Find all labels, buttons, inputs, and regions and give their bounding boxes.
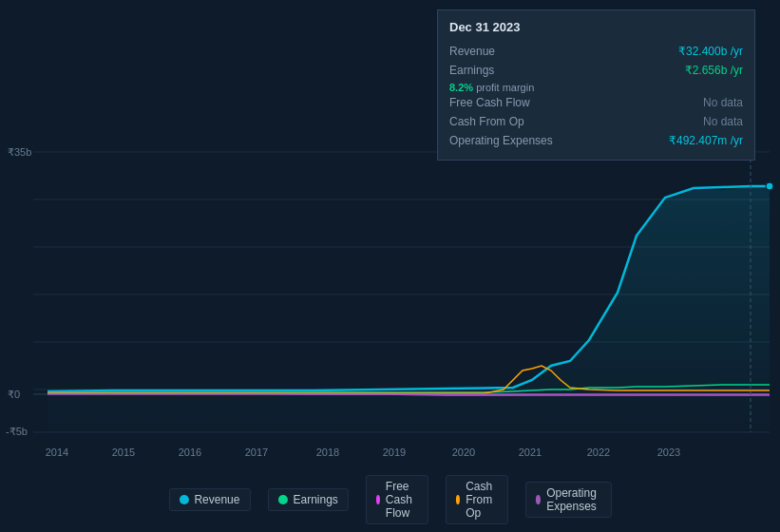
tooltip-label-opex: Operating Expenses bbox=[449, 134, 563, 147]
tooltip-label-cashfromop: Cash From Op bbox=[449, 115, 563, 128]
svg-text:2020: 2020 bbox=[452, 446, 475, 458]
svg-text:-₹5b: -₹5b bbox=[6, 426, 28, 437]
profit-margin: 8.2% profit margin bbox=[449, 82, 743, 93]
tooltip-value-earnings: ₹2.656b /yr bbox=[685, 64, 743, 77]
chart-container: Dec 31 2023 Revenue ₹32.400b /yr Earning… bbox=[0, 0, 780, 532]
svg-text:2018: 2018 bbox=[316, 446, 339, 458]
tooltip-row-cashfromop: Cash From Op No data bbox=[449, 112, 743, 131]
svg-text:₹35b: ₹35b bbox=[8, 146, 31, 158]
svg-text:2023: 2023 bbox=[657, 446, 680, 458]
legend-item-earnings[interactable]: Earnings bbox=[267, 488, 348, 511]
cashfromop-dot bbox=[456, 495, 460, 504]
legend-label-fcf: Free Cash Flow bbox=[386, 480, 418, 520]
svg-text:₹0: ₹0 bbox=[8, 389, 20, 400]
tooltip-row-earnings: Earnings ₹2.656b /yr bbox=[449, 61, 743, 80]
tooltip-row-opex: Operating Expenses ₹492.407m /yr bbox=[449, 131, 743, 150]
svg-text:2021: 2021 bbox=[519, 446, 542, 458]
legend-label-revenue: Revenue bbox=[194, 493, 239, 506]
tooltip-value-fcf: No data bbox=[703, 96, 743, 109]
legend-label-opex: Operating Expenses bbox=[546, 486, 600, 513]
svg-point-13 bbox=[766, 182, 773, 190]
tooltip-box: Dec 31 2023 Revenue ₹32.400b /yr Earning… bbox=[437, 10, 755, 161]
svg-text:2022: 2022 bbox=[587, 446, 610, 458]
tooltip-row-revenue: Revenue ₹32.400b /yr bbox=[449, 42, 743, 61]
svg-text:2017: 2017 bbox=[245, 446, 268, 458]
legend: Revenue Earnings Free Cash Flow Cash Fro… bbox=[168, 475, 611, 524]
svg-text:2015: 2015 bbox=[112, 446, 135, 458]
revenue-dot bbox=[179, 495, 188, 504]
legend-item-cashfromop[interactable]: Cash From Op bbox=[446, 475, 508, 524]
fcf-dot bbox=[376, 495, 380, 504]
tooltip-value-opex: ₹492.407m /yr bbox=[669, 134, 743, 147]
tooltip-value-revenue: ₹32.400b /yr bbox=[678, 45, 743, 58]
tooltip-date: Dec 31 2023 bbox=[449, 20, 743, 34]
legend-label-cashfromop: Cash From Op bbox=[466, 480, 498, 520]
opex-dot bbox=[536, 495, 541, 504]
tooltip-value-cashfromop: No data bbox=[703, 115, 743, 128]
legend-item-fcf[interactable]: Free Cash Flow bbox=[366, 475, 428, 524]
tooltip-row-fcf: Free Cash Flow No data bbox=[449, 93, 743, 112]
svg-text:2014: 2014 bbox=[46, 446, 68, 458]
legend-item-revenue[interactable]: Revenue bbox=[168, 488, 250, 511]
tooltip-label-revenue: Revenue bbox=[449, 45, 563, 58]
tooltip-label-earnings: Earnings bbox=[449, 64, 563, 77]
legend-label-earnings: Earnings bbox=[293, 493, 337, 506]
tooltip-label-fcf: Free Cash Flow bbox=[449, 96, 563, 109]
svg-text:2016: 2016 bbox=[179, 446, 201, 458]
earnings-dot bbox=[277, 495, 287, 504]
svg-text:2019: 2019 bbox=[383, 446, 406, 458]
legend-item-opex[interactable]: Operating Expenses bbox=[525, 482, 612, 518]
